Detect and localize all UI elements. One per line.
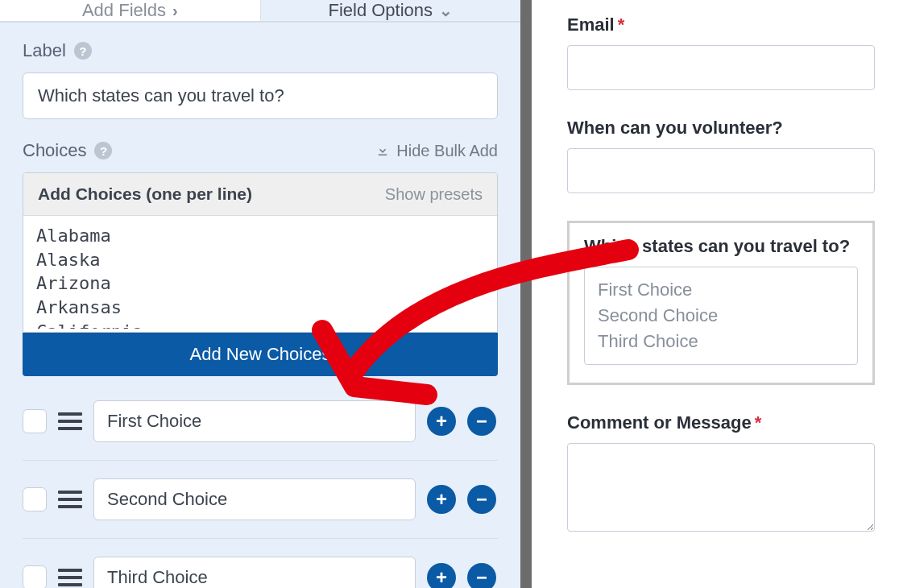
preview-textarea-comment[interactable] <box>567 443 875 532</box>
preview-multiselect-states[interactable]: First Choice Second Choice Third Choice <box>584 267 858 365</box>
help-icon[interactable]: ? <box>94 142 112 159</box>
download-icon <box>375 143 390 158</box>
default-checkbox[interactable] <box>23 409 47 433</box>
chevron-right-icon: › <box>172 2 178 20</box>
preview-option: Third Choice <box>598 329 844 354</box>
remove-choice-button[interactable]: − <box>467 407 496 436</box>
remove-choice-button[interactable]: − <box>467 485 496 514</box>
bulk-add-textarea[interactable] <box>23 216 497 329</box>
choice-value-input[interactable] <box>93 400 416 442</box>
add-choice-button[interactable]: + <box>427 485 456 514</box>
label-section-title: Label <box>23 40 66 61</box>
required-asterisk: * <box>755 412 762 433</box>
preview-label-states: Which states can you travel to? <box>584 236 858 257</box>
form-preview-panel: Email* When can you volunteer? Which sta… <box>532 0 899 588</box>
tab-field-options[interactable]: Field Options ⌄ <box>261 0 521 23</box>
preview-option: Second Choice <box>598 303 844 329</box>
hide-bulk-add-link[interactable]: Hide Bulk Add <box>375 142 498 160</box>
choice-row: + − <box>23 383 498 461</box>
field-label-input[interactable] <box>23 72 498 119</box>
drag-handle-icon[interactable] <box>58 491 82 508</box>
preview-label-comment: Comment or Message* <box>567 412 875 433</box>
add-new-choices-button[interactable]: Add New Choices <box>23 333 498 376</box>
choice-value-input[interactable] <box>93 557 416 588</box>
choice-rows: + − + − + − <box>23 383 498 588</box>
choice-row: + − <box>23 461 498 539</box>
preview-input-email[interactable] <box>567 45 875 90</box>
bulk-add-box: Add Choices (one per line) Show presets <box>23 172 498 333</box>
show-presets-link[interactable]: Show presets <box>385 185 483 204</box>
preview-input-volunteer[interactable] <box>567 148 875 193</box>
tab-field-options-label: Field Options <box>328 0 433 21</box>
tab-add-fields-label: Add Fields <box>82 0 166 21</box>
preview-option: First Choice <box>598 277 844 303</box>
choice-value-input[interactable] <box>93 478 416 520</box>
chevron-down-icon: ⌄ <box>439 1 453 20</box>
preview-label-volunteer: When can you volunteer? <box>567 118 875 139</box>
add-choice-button[interactable]: + <box>427 407 456 436</box>
drag-handle-icon[interactable] <box>58 569 82 586</box>
default-checkbox[interactable] <box>23 565 47 588</box>
drag-handle-icon[interactable] <box>58 412 82 430</box>
tab-add-fields[interactable]: Add Fields › <box>0 0 261 23</box>
help-icon[interactable]: ? <box>74 42 92 60</box>
preview-selected-field[interactable]: Which states can you travel to? First Ch… <box>567 221 875 385</box>
required-asterisk: * <box>618 14 625 35</box>
preview-label-email: Email* <box>567 14 875 35</box>
choices-section-title: Choices <box>23 140 86 161</box>
field-options-panel: Add Fields › Field Options ⌄ Label ? Cho… <box>0 0 532 588</box>
default-checkbox[interactable] <box>23 487 47 511</box>
choice-row: + − <box>23 539 498 588</box>
bulk-add-heading: Add Choices (one per line) <box>38 184 252 204</box>
add-choice-button[interactable]: + <box>427 563 456 588</box>
panel-tabs: Add Fields › Field Options ⌄ <box>0 0 520 23</box>
hide-bulk-add-label: Hide Bulk Add <box>396 142 498 160</box>
remove-choice-button[interactable]: − <box>467 563 496 588</box>
